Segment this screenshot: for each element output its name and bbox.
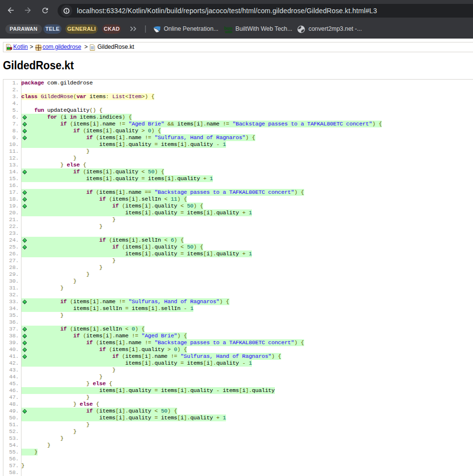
svg-text:with: with [225,29,232,33]
